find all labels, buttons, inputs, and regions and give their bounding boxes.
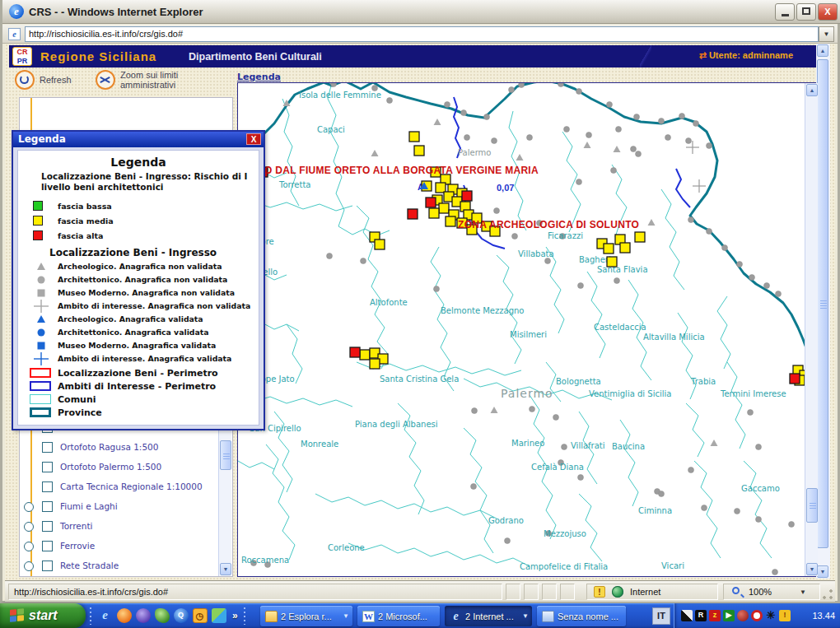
legend-close-button[interactable]: X	[246, 133, 261, 145]
media-green-icon[interactable]	[155, 608, 170, 623]
map-scroll-down-icon[interactable]: ▼	[806, 563, 818, 575]
legend-popup-titlebar[interactable]: Legenda	[13, 132, 264, 147]
legend-item-label: Comuni	[58, 394, 96, 405]
map-canvas[interactable]: A0,07Isola delle FemmineCapaciPalermoini…	[237, 82, 819, 577]
taskbar-button[interactable]: W2 Microsof...	[357, 606, 440, 626]
map-scroll-thumb[interactable]	[806, 488, 818, 523]
legend-swatch-icon	[33, 216, 43, 226]
firefox-icon[interactable]	[117, 608, 132, 623]
cross-marker-icon	[33, 352, 49, 365]
legend-item-label: Museo Moderno. Anagrafica validata	[58, 341, 216, 350]
square-marker-icon	[33, 339, 49, 352]
address-dropdown-button[interactable]: ▼	[819, 26, 834, 42]
layer-checkbox[interactable]	[42, 541, 53, 551]
browser-scroll-thumb[interactable]	[817, 59, 828, 548]
quick-launch-overflow-icon[interactable]: »	[232, 610, 238, 621]
legend-item: Museo Moderno. Anagrafica validata	[18, 339, 259, 352]
clock-icon[interactable]: ◷	[193, 608, 208, 623]
layer-label: Rete Stradale	[60, 561, 119, 570]
legend-outline-swatch-icon	[30, 394, 51, 404]
layer-checkbox[interactable]	[42, 521, 53, 532]
legend-swatch-icon	[33, 201, 43, 211]
legend-item: Ambito di interesse. Anagrafica non vali…	[18, 300, 259, 313]
lightning-icon[interactable]: z	[709, 610, 721, 621]
taskbar-button[interactable]: 2 Esplora r...▼	[260, 606, 352, 626]
legend-item: fascia bassa	[33, 199, 259, 214]
layer-checkbox[interactable]	[42, 442, 53, 453]
map-scrollbar[interactable]: ▲ ▼	[805, 83, 818, 576]
layer-radio[interactable]	[24, 561, 34, 571]
legend-item-label: Localizzazione Beni - Perimetro	[58, 368, 218, 379]
legend-outline-swatch-icon	[30, 381, 51, 391]
layer-row: Rete Stradale	[20, 560, 217, 575]
layer-radio[interactable]	[24, 502, 34, 512]
red-ring-icon[interactable]	[751, 610, 763, 621]
toolbar-handle[interactable]	[89, 607, 92, 625]
toolbar-handle[interactable]	[243, 607, 246, 625]
legend-subtitle: Localizzazione Beni - Ingresso: Rischio …	[41, 171, 250, 193]
layer-label: Ortofoto Ragusa 1:500	[60, 442, 158, 452]
triangle-marker-icon	[33, 260, 49, 273]
close-button[interactable]: X	[818, 3, 838, 21]
legend-item-label: Museo Moderno. Anagrafica non validata	[58, 288, 235, 297]
taskbar-clock: 13.44	[812, 611, 835, 621]
minimize-button[interactable]	[775, 3, 795, 21]
red-ball-icon[interactable]	[737, 610, 749, 621]
layer-row: Fiumi e Laghi	[20, 500, 217, 515]
quicktime-icon[interactable]: Q	[174, 608, 189, 623]
browser-scrollbar[interactable]: ▲ ▼	[816, 44, 830, 579]
dropdown-caret-icon[interactable]: ▼	[522, 612, 529, 620]
security-shield-icon[interactable]: !	[779, 610, 791, 621]
legend-item-label: Archeologico. Anagrafica non validata	[58, 262, 222, 271]
user-indicator: ⇄Utente: adminname	[699, 50, 793, 61]
legend-item: Archeologico. Anagrafica validata	[18, 313, 259, 326]
window-title: CRS - - Windows Internet Explorer	[29, 6, 203, 18]
start-button[interactable]: start	[0, 603, 86, 628]
magnifier-icon	[732, 587, 740, 594]
legend-popup: Legenda X Legenda Localizzazione Beni - …	[12, 130, 265, 430]
java-icon[interactable]	[136, 608, 151, 623]
sidebar-scroll-down-icon[interactable]: ▼	[220, 563, 231, 575]
layer-radio[interactable]	[24, 522, 34, 532]
black-star-icon[interactable]: ✳	[765, 610, 777, 621]
circle-marker-icon	[33, 326, 49, 339]
map-scroll-up-icon[interactable]: ▲	[806, 84, 818, 96]
browser-window: e CRS - - Windows Internet Explorer X e …	[0, 0, 840, 603]
browser-scroll-down-icon[interactable]: ▼	[817, 565, 828, 578]
zoom-pane[interactable]: 100% ▼	[723, 584, 820, 600]
legend-item-label: Archeologico. Anagrafica validata	[58, 314, 203, 323]
zoom-caret-icon[interactable]: ▼	[800, 588, 806, 596]
page-icon: e	[8, 28, 21, 40]
sidebar-scroll-thumb[interactable]	[220, 440, 231, 470]
dropdown-caret-icon[interactable]: ▼	[343, 612, 349, 620]
zoom-limits-icon	[96, 70, 115, 90]
zoom-admin-limits-button[interactable]: Zoom sui limiti amministrativi	[96, 70, 211, 90]
maximize-button[interactable]	[796, 3, 816, 21]
layer-checkbox[interactable]	[42, 481, 53, 492]
legend-item-label: Architettonico. Anagrafica validata	[58, 328, 208, 337]
map-red-label: O DAL FIUME ORETO ALLA BORGATA VERGINE M…	[264, 165, 539, 176]
legend-link[interactable]: Legenda	[237, 72, 281, 82]
legend-outline-swatch-icon	[30, 407, 51, 417]
status-url: http://rischiosicilia.es-it.info/crs/gis…	[8, 584, 502, 600]
map-panel[interactable]: A0,07Isola delle FemmineCapaciPalermoini…	[237, 82, 819, 577]
layer-checkbox[interactable]	[42, 462, 53, 472]
browser-scroll-up-icon[interactable]: ▲	[817, 44, 828, 57]
layer-checkbox[interactable]	[42, 561, 53, 571]
messenger-icon[interactable]	[212, 608, 226, 623]
taskbar-button[interactable]: Senza nome ...	[537, 606, 626, 626]
resize-grip[interactable]	[822, 588, 833, 600]
crp-logo-icon: CRPR	[12, 47, 32, 66]
layer-checkbox[interactable]	[42, 501, 53, 512]
internet-explorer-icon[interactable]: e	[98, 608, 113, 623]
app-header: CRPR Regione Siciliana Dipartimento Beni…	[9, 45, 816, 67]
address-input[interactable]: http://rischiosicilia.es-it.info/crs/gis…	[25, 26, 819, 42]
language-indicator[interactable]: IT	[652, 607, 670, 625]
black-glyph-icon[interactable]: R	[695, 610, 707, 621]
green-player-icon[interactable]: ▶	[723, 610, 735, 621]
checker-icon[interactable]	[681, 610, 693, 621]
taskbar-button[interactable]: e2 Internet ...▼	[445, 606, 532, 626]
layer-radio[interactable]	[24, 542, 34, 551]
legend-item: Ambito di interesse. Anagrafica validata	[18, 352, 259, 365]
title-bar[interactable]: e CRS - - Windows Internet Explorer X	[2, 0, 840, 24]
